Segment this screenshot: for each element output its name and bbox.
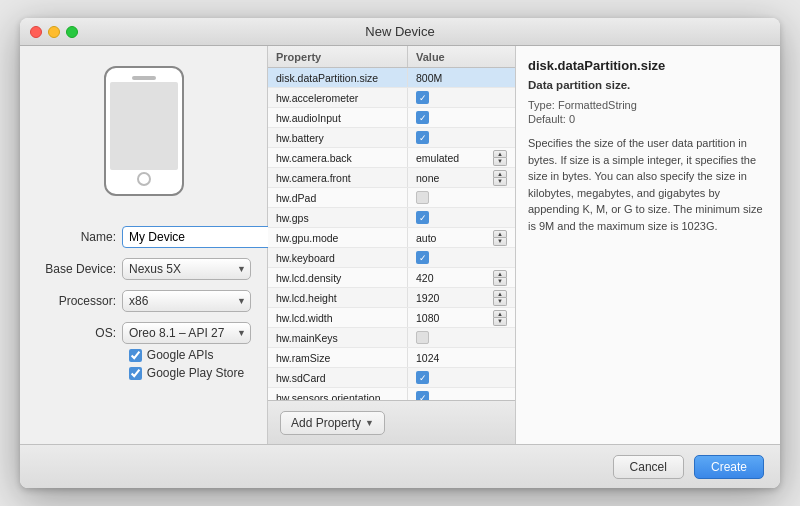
stepper-down-button[interactable]: ▼: [493, 318, 507, 326]
name-row: Name:: [36, 226, 251, 248]
stepper-down-button[interactable]: ▼: [493, 158, 507, 166]
value-cell: none▲▼: [408, 168, 515, 187]
table-row[interactable]: disk.dataPartition.size800M: [268, 68, 515, 88]
property-cell: hw.lcd.width: [268, 308, 408, 327]
title-bar: New Device: [20, 18, 780, 46]
table-row[interactable]: hw.battery✓: [268, 128, 515, 148]
checkbox-checked-icon[interactable]: ✓: [416, 111, 429, 124]
checkbox-checked-icon[interactable]: ✓: [416, 91, 429, 104]
table-row[interactable]: hw.lcd.density420▲▼: [268, 268, 515, 288]
table-row[interactable]: hw.accelerometer✓: [268, 88, 515, 108]
stepper-up-button[interactable]: ▲: [493, 290, 507, 298]
table-row[interactable]: hw.camera.backemulated▲▼: [268, 148, 515, 168]
checkbox-unchecked-icon[interactable]: [416, 331, 429, 344]
device-home-button: [137, 172, 151, 186]
right-panel: disk.dataPartition.size Data partition s…: [516, 46, 780, 444]
stepper-up-button[interactable]: ▲: [493, 310, 507, 318]
left-panel: Name: Base Device: Nexus 5X ▼ Processor:: [20, 46, 268, 444]
stepper-value-wrap: none▲▼: [416, 170, 507, 186]
google-play-checkbox[interactable]: [129, 367, 142, 380]
stepper-control: ▲▼: [493, 290, 507, 306]
property-cell: hw.dPad: [268, 188, 408, 207]
main-window: New Device Name: Base Device: Nexus: [20, 18, 780, 488]
table-header: Property Value: [268, 46, 515, 68]
value-cell: ✓: [408, 88, 515, 107]
details-key: disk.dataPartition.size: [528, 58, 768, 73]
checkbox-checked-icon[interactable]: ✓: [416, 391, 429, 400]
property-cell: hw.mainKeys: [268, 328, 408, 347]
minimize-button[interactable]: [48, 26, 60, 38]
middle-panel: Property Value disk.dataPartition.size80…: [268, 46, 516, 444]
table-row[interactable]: hw.gps✓: [268, 208, 515, 228]
col-value-header: Value: [408, 46, 515, 67]
checkbox-checked-icon[interactable]: ✓: [416, 371, 429, 384]
cancel-button[interactable]: Cancel: [613, 455, 684, 479]
col-property-header: Property: [268, 46, 408, 67]
stepper-text: 1080: [416, 312, 439, 324]
os-row: OS: Oreo 8.1 – API 27 ▼: [36, 322, 251, 344]
checkbox-checked-icon[interactable]: ✓: [416, 211, 429, 224]
stepper-value-wrap: 1920▲▼: [416, 290, 507, 306]
stepper-value-wrap: auto▲▼: [416, 230, 507, 246]
name-input[interactable]: [122, 226, 286, 248]
table-row[interactable]: hw.sensors.orientation✓: [268, 388, 515, 400]
os-label: OS:: [36, 326, 116, 340]
table-row[interactable]: hw.lcd.width1080▲▼: [268, 308, 515, 328]
stepper-down-button[interactable]: ▼: [493, 238, 507, 246]
device-speaker: [132, 76, 156, 80]
stepper-up-button[interactable]: ▲: [493, 150, 507, 158]
stepper-up-button[interactable]: ▲: [493, 170, 507, 178]
value-cell: ✓: [408, 128, 515, 147]
table-row[interactable]: hw.audioInput✓: [268, 108, 515, 128]
os-select[interactable]: Oreo 8.1 – API 27: [122, 322, 251, 344]
table-row[interactable]: hw.lcd.height1920▲▼: [268, 288, 515, 308]
stepper-up-button[interactable]: ▲: [493, 270, 507, 278]
google-play-row: Google Play Store: [129, 366, 244, 380]
value-cell: emulated▲▼: [408, 148, 515, 167]
base-device-label: Base Device:: [36, 262, 116, 276]
base-device-select-wrap: Nexus 5X ▼: [122, 258, 251, 280]
processor-select-wrap: x86 ▼: [122, 290, 251, 312]
name-label: Name:: [36, 230, 116, 244]
checkbox-unchecked-icon[interactable]: [416, 191, 429, 204]
maximize-button[interactable]: [66, 26, 78, 38]
stepper-down-button[interactable]: ▼: [493, 298, 507, 306]
table-row[interactable]: hw.gpu.modeauto▲▼: [268, 228, 515, 248]
table-row[interactable]: hw.ramSize1024: [268, 348, 515, 368]
value-cell: ✓: [408, 248, 515, 267]
footer: Cancel Create: [20, 444, 780, 488]
add-property-button[interactable]: Add Property ▼: [280, 411, 385, 435]
google-apis-checkbox[interactable]: [129, 349, 142, 362]
value-cell: 420▲▼: [408, 268, 515, 287]
property-cell: hw.gps: [268, 208, 408, 227]
details-long-desc: Specifies the size of the user data part…: [528, 135, 768, 234]
table-row[interactable]: hw.mainKeys: [268, 328, 515, 348]
stepper-text: 1920: [416, 292, 439, 304]
table-bottom-bar: Add Property ▼: [268, 400, 515, 444]
form-area: Name: Base Device: Nexus 5X ▼ Processor:: [20, 226, 267, 344]
processor-select[interactable]: x86: [122, 290, 251, 312]
checkbox-checked-icon[interactable]: ✓: [416, 131, 429, 144]
stepper-text: auto: [416, 232, 436, 244]
value-cell: 1024: [408, 348, 515, 367]
table-row[interactable]: hw.sdCard✓: [268, 368, 515, 388]
base-device-select[interactable]: Nexus 5X: [122, 258, 251, 280]
stepper-down-button[interactable]: ▼: [493, 278, 507, 286]
stepper-up-button[interactable]: ▲: [493, 230, 507, 238]
table-row[interactable]: hw.camera.frontnone▲▼: [268, 168, 515, 188]
value-cell: [408, 328, 515, 347]
table-row[interactable]: hw.keyboard✓: [268, 248, 515, 268]
stepper-control: ▲▼: [493, 270, 507, 286]
property-cell: hw.sdCard: [268, 368, 408, 387]
value-cell: [408, 188, 515, 207]
close-button[interactable]: [30, 26, 42, 38]
stepper-value-wrap: emulated▲▼: [416, 150, 507, 166]
stepper-text: none: [416, 172, 439, 184]
stepper-down-button[interactable]: ▼: [493, 178, 507, 186]
checkbox-checked-icon[interactable]: ✓: [416, 251, 429, 264]
table-row[interactable]: hw.dPad: [268, 188, 515, 208]
google-apis-row: Google APIs: [129, 348, 244, 362]
create-button[interactable]: Create: [694, 455, 764, 479]
details-short-desc: Data partition size.: [528, 79, 768, 91]
content-area: Name: Base Device: Nexus 5X ▼ Processor:: [20, 46, 780, 444]
